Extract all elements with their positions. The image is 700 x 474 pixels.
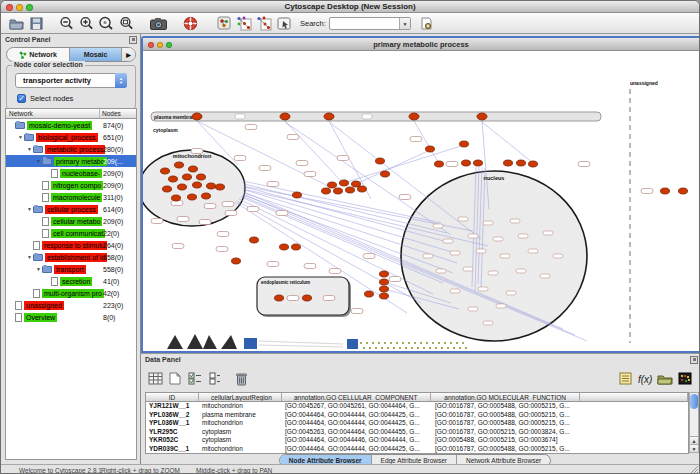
tree-row-establishment-of-lo[interactable]: ▼establishment of lo558(0) — [6, 251, 136, 263]
tree-row-mosaic-demo-yeast[interactable]: mosaic-demo-yeast874(0) — [6, 119, 136, 131]
graph-node-red[interactable] — [380, 293, 389, 299]
graph-node-red[interactable] — [280, 244, 289, 250]
graph-node-labeled[interactable] — [410, 137, 422, 142]
new-attribute-icon[interactable] — [165, 370, 185, 388]
graph-node-red[interactable] — [517, 160, 526, 166]
graph-node-small[interactable] — [528, 249, 538, 253]
graph-node-labeled[interactable] — [259, 166, 271, 171]
graph-node-red[interactable] — [178, 184, 187, 190]
graph-node-small[interactable] — [496, 304, 506, 308]
graph-node-red[interactable] — [280, 113, 290, 120]
tree-row-metabolic-process[interactable]: ▼metabolic process280(0) — [6, 143, 136, 155]
layout-nodes-icon[interactable] — [234, 14, 254, 32]
zoom-in-icon[interactable] — [76, 14, 96, 32]
graph-node-labeled[interactable] — [245, 125, 257, 130]
membrane-chip[interactable] — [235, 114, 245, 119]
tree-row-cellular-process[interactable]: ▼cellular process614(0) — [6, 203, 136, 215]
graph-node-red[interactable] — [292, 244, 301, 250]
graph-node-labeled[interactable] — [276, 211, 288, 216]
graph-node-small[interactable] — [500, 254, 510, 258]
graph-node-small[interactable] — [436, 269, 446, 273]
graph-node-red[interactable] — [661, 188, 670, 194]
column-header-2[interactable]: annotation.GO CELLULAR_COMPONENT — [282, 393, 431, 401]
graph-node-labeled[interactable] — [267, 262, 279, 267]
search-dropdown-arrow[interactable]: ▼ — [399, 18, 410, 29]
graph-node-small[interactable] — [468, 307, 478, 311]
graph-node-red[interactable] — [169, 176, 178, 182]
graph-node-small[interactable] — [518, 234, 528, 238]
import-attributes-icon[interactable] — [655, 370, 675, 388]
graph-node-labeled[interactable] — [204, 204, 216, 209]
graph-node-small[interactable] — [450, 289, 460, 293]
graph-node-labeled[interactable] — [234, 156, 246, 161]
graph-node-small[interactable] — [488, 271, 498, 275]
graph-node-red[interactable] — [197, 174, 206, 180]
graph-node-labeled[interactable] — [151, 219, 163, 224]
help-lifesaver-icon[interactable] — [180, 14, 200, 32]
graph-node-red[interactable] — [250, 237, 259, 243]
graph-node-red[interactable] — [175, 162, 184, 168]
graph-node-red[interactable] — [462, 160, 471, 166]
tree-expand-arrow[interactable]: ▼ — [26, 206, 33, 212]
graph-node-small[interactable] — [433, 224, 443, 228]
tree-row-label[interactable]: establishment of lo — [45, 253, 107, 262]
graph-node-red[interactable] — [435, 161, 444, 167]
tree-row-label[interactable]: multi-organism pro — [42, 289, 104, 298]
layout-edges-icon[interactable] — [254, 14, 274, 32]
graph-node-small[interactable] — [458, 217, 468, 221]
graph-node-small[interactable] — [543, 231, 553, 235]
graph-node-red[interactable] — [207, 183, 216, 189]
graph-node-red[interactable] — [172, 195, 181, 201]
table-row-YDR039C__1[interactable]: YDR039C__1mitochondrion[GO:0044464, GO:0… — [146, 445, 688, 454]
graph-node-labeled[interactable] — [446, 162, 458, 167]
graph-node-red[interactable] — [216, 184, 225, 190]
graph-node-labeled[interactable] — [337, 156, 349, 161]
tree-row-label[interactable]: primary metabo — [54, 157, 107, 166]
graph-node-red[interactable] — [324, 113, 334, 120]
graph-node-labeled[interactable] — [351, 309, 363, 314]
graph-node-labeled[interactable] — [216, 247, 228, 252]
graph-node-red[interactable] — [192, 113, 202, 120]
graph-node-red[interactable] — [189, 166, 198, 172]
table-scrollbar[interactable]: ▲ ▼ — [689, 392, 699, 453]
graph-node-red[interactable] — [232, 258, 241, 264]
graph-node-labeled[interactable] — [287, 296, 299, 301]
snapshot-icon[interactable] — [148, 14, 168, 32]
attribute-table-icon[interactable] — [145, 370, 165, 388]
column-header-3[interactable]: annotation.GO MOLECULAR_FUNCTION — [431, 393, 580, 401]
tree-row-label[interactable]: macromolecule — [51, 193, 102, 202]
graph-node-labeled[interactable] — [247, 207, 259, 212]
graph-node-labeled[interactable] — [304, 172, 316, 177]
tree-row-label[interactable]: cell communicat — [51, 229, 105, 238]
tab-network[interactable]: Network — [7, 48, 70, 61]
table-row-YLR295C[interactable]: YLR295Ccytoplasm[GO:0045263, GO:0044464,… — [146, 428, 688, 437]
tree-expand-arrow[interactable]: ▼ — [35, 158, 42, 164]
tree-row-label[interactable]: nitrogen compo — [51, 181, 103, 190]
graph-node-red[interactable] — [365, 291, 374, 297]
tree-row-cell-communicat[interactable]: cell communicat22(0) — [6, 227, 136, 239]
graph-node-labeled[interactable] — [323, 296, 335, 301]
graph-node-small[interactable] — [463, 267, 473, 271]
tree-col-network[interactable]: Network — [6, 109, 100, 118]
tree-row-label[interactable]: nucleobase- — [60, 169, 102, 178]
graph-node-red[interactable] — [340, 180, 349, 186]
graph-node-red[interactable] — [275, 295, 284, 301]
graph-node-red[interactable] — [376, 158, 385, 164]
save-icon[interactable] — [26, 14, 46, 32]
graph-node-red[interactable] — [322, 188, 331, 194]
graph-node-red[interactable] — [474, 160, 483, 166]
tree-col-nodes[interactable]: Nodes — [100, 109, 136, 118]
graph-node-red[interactable] — [358, 186, 367, 192]
graph-node-labeled[interactable] — [363, 254, 375, 259]
graph-node-labeled[interactable] — [578, 162, 590, 167]
graph-node-red[interactable] — [293, 192, 302, 198]
graph-node-red[interactable] — [380, 286, 389, 292]
graph-node-labeled[interactable] — [222, 202, 234, 207]
graph-node-small[interactable] — [493, 237, 503, 241]
network-canvas[interactable]: plasma membranecytoplasmendoplasmic reti… — [143, 51, 699, 351]
scroll-down-arrow[interactable]: ▼ — [690, 444, 698, 452]
graph-node-labeled[interactable] — [296, 161, 308, 166]
tree-expand-arrow[interactable]: ▼ — [26, 146, 33, 152]
graph-node-red[interactable] — [409, 113, 419, 120]
graph-node-small[interactable] — [510, 219, 520, 223]
